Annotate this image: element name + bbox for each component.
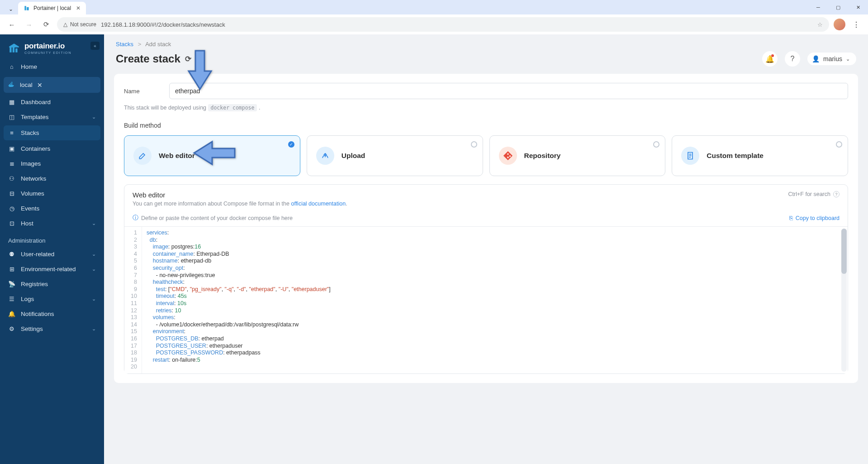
sidebar-item-label: Networks: [21, 175, 46, 182]
editor-subtitle: You can get more information about Compo…: [133, 201, 347, 207]
browser-toolbar: ← → ⟳ △ Not secure 192.168.1.18:9000/#!/…: [0, 14, 868, 34]
tab-favicon-icon: [24, 5, 30, 11]
git-icon: [499, 147, 517, 165]
sidebar-section-administration: Administration: [0, 231, 104, 247]
portainer-logo-icon: [8, 43, 20, 54]
users-icon: ⚉: [8, 251, 15, 258]
nav-reload-button[interactable]: ⟳: [40, 18, 52, 31]
method-repository[interactable]: Repository: [489, 135, 666, 176]
help-button[interactable]: ?: [785, 51, 800, 67]
stack-name-input[interactable]: [169, 83, 848, 99]
sidebar-item-label: Registries: [21, 281, 48, 287]
volumes-icon: ⊟: [8, 190, 15, 197]
environment-close-icon[interactable]: ✕: [37, 81, 43, 89]
sidebar-item-templates[interactable]: ◫ Templates ⌄: [0, 110, 104, 124]
stacks-icon: ≡: [8, 129, 15, 136]
browser-tab-strip: ⌄ Portainer | local ✕ ─ ▢ ✕: [0, 0, 868, 14]
sidebar-item-label: Images: [21, 160, 41, 167]
logo-subtitle: COMMUNITY EDITION: [24, 51, 71, 55]
url-bar[interactable]: △ Not secure 192.168.1.18:9000/#!/2/dock…: [57, 17, 829, 32]
sidebar-item-volumes[interactable]: ⊟ Volumes: [0, 186, 104, 201]
sidebar-collapse-button[interactable]: «: [90, 42, 100, 50]
refresh-icon[interactable]: ⟳: [185, 54, 191, 64]
sidebar-item-logs[interactable]: ☰ Logs ⌄: [0, 292, 104, 306]
chevron-down-icon: ⌄: [846, 56, 850, 62]
images-icon: ≣: [8, 160, 15, 167]
sidebar-logo[interactable]: portainer.io COMMUNITY EDITION «: [0, 34, 104, 59]
code-body[interactable]: services: db: image: postgres:16 contain…: [142, 227, 848, 373]
sidebar-item-containers[interactable]: ▣ Containers: [0, 141, 104, 156]
radio-unchecked-icon: [653, 141, 659, 148]
page-title-text: Create stack: [116, 53, 180, 65]
browser-tab[interactable]: Portainer | local ✕: [18, 2, 86, 14]
radio-checked-icon: ✓: [288, 141, 294, 148]
placeholder-hint-text: Define or paste the content of your dock…: [141, 215, 293, 221]
user-icon: 👤: [812, 55, 820, 62]
gear-icon: ⚙: [8, 325, 15, 332]
window-maximize-button[interactable]: ▢: [828, 0, 848, 14]
breadcrumb-root-link[interactable]: Stacks: [116, 41, 133, 48]
logo-text: portainer.io: [24, 42, 71, 51]
copy-to-clipboard-button[interactable]: ⎘ Copy to clipboard: [789, 215, 840, 221]
method-web-editor[interactable]: Web editor ✓: [124, 135, 300, 176]
sidebar-item-env-related[interactable]: ⊞ Environment-related ⌄: [0, 262, 104, 277]
breadcrumb-current: Add stack: [145, 41, 171, 48]
window-controls: ─ ▢ ✕: [808, 0, 868, 14]
sidebar-environment[interactable]: local ✕: [4, 77, 100, 93]
edit-icon: [133, 147, 152, 165]
sidebar-item-events[interactable]: ◷ Events: [0, 201, 104, 216]
containers-icon: ▣: [8, 145, 15, 152]
name-label: Name: [124, 88, 151, 95]
editor-title: Web editor: [133, 191, 347, 199]
sidebar-item-settings[interactable]: ⚙ Settings ⌄: [0, 321, 104, 336]
bell-icon: 🔔: [8, 311, 15, 317]
browser-menu-button[interactable]: ⋮: [850, 18, 863, 31]
profile-avatar-button[interactable]: [834, 19, 845, 30]
sidebar-item-label: Volumes: [21, 190, 44, 197]
nav-forward-button[interactable]: →: [23, 18, 35, 31]
bookmark-star-icon[interactable]: ☆: [817, 21, 823, 28]
user-menu[interactable]: 👤 marius ⌄: [807, 53, 856, 65]
deploy-hint: This stack will be deployed using docker…: [124, 105, 848, 111]
sidebar-item-images[interactable]: ≣ Images: [0, 156, 104, 171]
host-icon: ⊡: [8, 220, 15, 227]
sidebar-item-label: Containers: [21, 145, 50, 152]
editor-placeholder-hint: ⓘ Define or paste the content of your do…: [133, 214, 293, 222]
sidebar-item-label: Home: [21, 63, 37, 70]
chevron-down-icon: ⌄: [92, 326, 96, 332]
nav-back-button[interactable]: ←: [5, 18, 18, 31]
sidebar-item-user-related[interactable]: ⚉ User-related ⌄: [0, 247, 104, 262]
method-custom-template[interactable]: Custom template: [672, 135, 848, 176]
sidebar-item-networks[interactable]: ⚇ Networks: [0, 171, 104, 186]
security-indicator[interactable]: △ Not secure: [63, 21, 96, 28]
docker-icon: [8, 81, 15, 89]
sidebar-item-label: Settings: [21, 325, 43, 332]
sidebar-item-registries[interactable]: 📡 Registries: [0, 277, 104, 292]
method-upload[interactable]: Upload: [307, 135, 483, 176]
sidebar-item-stacks[interactable]: ≡ Stacks: [4, 125, 100, 140]
copy-label: Copy to clipboard: [796, 215, 840, 221]
logs-icon: ☰: [8, 296, 15, 302]
url-text: 192.168.1.18:9000/#!/2/docker/stacks/new…: [101, 21, 813, 28]
help-icon: ?: [791, 55, 795, 63]
notifications-button[interactable]: 🔔: [762, 51, 778, 67]
user-name: marius: [823, 55, 842, 62]
code-editor[interactable]: 1234567891011121314151617181920 services…: [124, 226, 848, 373]
window-close-button[interactable]: ✕: [848, 0, 868, 14]
scrollbar-thumb[interactable]: [841, 229, 847, 274]
help-icon[interactable]: ?: [833, 191, 840, 197]
window-minimize-button[interactable]: ─: [808, 0, 828, 14]
official-docs-link[interactable]: official documentation: [291, 201, 346, 207]
main-content: Stacks > Add stack Create stack ⟳ 🔔 ? 👤 …: [104, 34, 868, 464]
sidebar-item-host[interactable]: ⊡ Host ⌄: [0, 216, 104, 231]
sidebar-item-label: Host: [21, 220, 33, 227]
tab-search-dropdown[interactable]: ⌄: [5, 4, 16, 14]
build-method-options: Web editor ✓ Upload Repository: [124, 135, 848, 176]
dashboard-icon: ▦: [8, 99, 15, 105]
sidebar-item-dashboard[interactable]: ▦ Dashboard: [0, 95, 104, 110]
sidebar-item-home[interactable]: ⌂ Home: [0, 59, 104, 74]
method-label: Upload: [342, 152, 365, 160]
tab-close-icon[interactable]: ✕: [76, 5, 81, 11]
build-method-heading: Build method: [124, 122, 848, 129]
sidebar-item-notifications[interactable]: 🔔 Notifications: [0, 306, 104, 321]
